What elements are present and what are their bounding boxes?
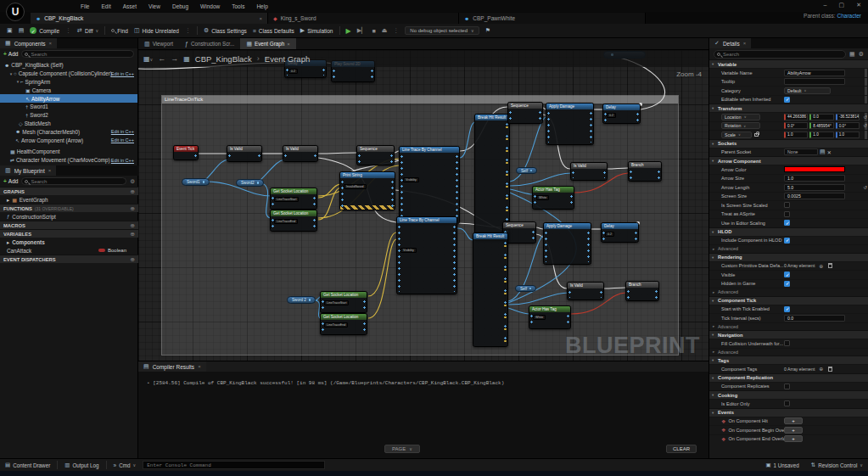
visible-checkbox[interactable] [784, 272, 790, 277]
add-component-button[interactable]: +Add [3, 51, 18, 57]
scale-y-field[interactable]: 1.0 [809, 132, 833, 138]
tab-cbp-pawnwhite[interactable]: ☻ CBP_PawnWhite [459, 13, 646, 24]
variable-name-field[interactable]: AbilityArrow [784, 70, 845, 76]
section-navigation[interactable]: Navigation [709, 330, 868, 339]
section-component-replication[interactable]: Component Replication [709, 373, 868, 382]
add-variable-icon[interactable]: ⊕ [131, 231, 135, 238]
cmd-dropdown[interactable]: »Cmd∨ [114, 462, 137, 468]
section-cooking[interactable]: Cooking [709, 390, 868, 399]
breadcrumb-root[interactable]: CBP_KingBlack [195, 54, 252, 64]
node-break-hit-result[interactable]: Break Hit Result [473, 232, 508, 347]
location-dropdown[interactable]: Location [721, 114, 760, 120]
menu-asset[interactable]: Asset [123, 3, 137, 9]
location-y-field[interactable]: 0.0 [809, 114, 833, 120]
node-event-tick[interactable]: Event Tick [173, 145, 199, 160]
gear-icon[interactable]: ⚙ [130, 178, 135, 185]
hidden-in-game-checkbox[interactable] [784, 281, 790, 287]
add-graph-icon[interactable]: ⊕ [131, 188, 135, 195]
play-options-icon[interactable]: ⋮ [393, 27, 399, 34]
event-dispatchers-section-header[interactable]: EVENT DISPATCHERS⊕ [0, 255, 138, 263]
frame-skip-icon[interactable]: ▶▏ [357, 27, 367, 34]
node-field[interactable]: LineTraceEnd [274, 219, 298, 224]
close-icon[interactable]: × [743, 41, 747, 46]
is-editor-only-checkbox[interactable] [784, 400, 790, 406]
section-arrow-component[interactable]: Arrow Component [709, 156, 868, 165]
browse-asset-icon[interactable]: ▤ [19, 27, 25, 34]
editable-checkbox[interactable] [784, 97, 790, 103]
eject-icon[interactable]: ⏏ [382, 27, 388, 34]
advanced-expander[interactable]: Advanced [709, 244, 868, 253]
tab-close-icon[interactable]: × [259, 16, 262, 21]
add-event-button[interactable]: + [784, 427, 803, 434]
functions-section-header[interactable]: FUNCTIONS(31 OVERRIDABLE)⊕ [0, 204, 138, 212]
node-get-socket-location[interactable]: Get Socket LocationLineTraceStart [270, 188, 317, 210]
add-blueprint-item-button[interactable]: +Add [3, 178, 18, 184]
add-element-icon[interactable]: ⊕ [819, 366, 823, 372]
close-button[interactable]: ✕ [856, 2, 861, 8]
node-delay[interactable]: Delay0.2 [601, 222, 639, 243]
section-events[interactable]: Events [709, 408, 868, 417]
tab-king-s-sword[interactable]: ◆ King_s_Sword [268, 13, 459, 24]
debug-object-dropdown[interactable]: No debug object selected∨ [405, 26, 479, 35]
node-field[interactable]: Visibility [403, 177, 419, 182]
node-print-string[interactable]: Print StringInvalidSword [339, 171, 395, 210]
node-field[interactable]: LineTraceStart [274, 197, 299, 202]
tree-item-arrow-component[interactable]: ↖Arrow Component (Arrow)Edit in C++ [0, 136, 137, 144]
node-delay[interactable]: Delay0.2 [602, 104, 641, 124]
node-field[interactable]: White [533, 315, 546, 320]
stop-icon[interactable]: ■ [372, 28, 375, 34]
tree-item-capsule[interactable]: ▾○Capsule Component (CollisionCylinder)E… [0, 70, 137, 78]
add-event-button[interactable]: + [784, 435, 803, 442]
advanced-expander[interactable]: Advanced [709, 322, 868, 331]
parent-class-link[interactable]: Character [837, 13, 861, 19]
tick-interval-field[interactable]: 0.0 [784, 315, 845, 322]
tree-item-camera[interactable]: ▣Camera [0, 86, 137, 94]
unsaved-button[interactable]: ▣1 Unsaved [765, 462, 798, 468]
tree-item-healthcomponent[interactable]: ▦HealthComponent [0, 148, 137, 156]
tree-item-springarm[interactable]: ▾⌐SpringArm [0, 78, 137, 87]
scale-z-field[interactable]: 1.0 [836, 132, 860, 138]
tab-details[interactable]: ✓ Details× [709, 38, 751, 48]
revision-control-button[interactable]: ⇅Revision Control∨ [811, 462, 863, 468]
node-variable-sword1[interactable]: Sword1 [182, 178, 210, 186]
expander-icon[interactable]: ▸ [7, 239, 9, 245]
forward-icon[interactable]: → [171, 54, 178, 63]
scale-x-field[interactable]: 1.0 [784, 132, 808, 138]
node-field[interactable]: Visibility [400, 248, 417, 253]
macros-section-header[interactable]: MACROS⊕ [0, 221, 138, 229]
compile-button[interactable]: ✓Compile [30, 27, 59, 34]
save-icon[interactable]: ▣ [7, 27, 13, 34]
node-field[interactable]: 0.2 [607, 113, 616, 118]
edit-in-cpp-link[interactable]: Edit in C++ [111, 158, 134, 163]
node-apply-damage[interactable]: Apply Damage [543, 222, 591, 265]
breadcrumb-current[interactable]: Event Graph [265, 54, 310, 64]
add-dispatcher-icon[interactable]: ⊕ [131, 256, 135, 263]
details-search-input[interactable] [723, 52, 843, 57]
menu-file[interactable]: File [81, 3, 89, 9]
advanced-expander[interactable]: Advanced [709, 348, 868, 356]
class-settings-button[interactable]: ⚙Class Settings [204, 27, 247, 34]
rotation-dropdown[interactable]: Rotation [721, 122, 760, 129]
section-transform[interactable]: Transform [709, 104, 868, 112]
include-hlod-checkbox[interactable] [784, 238, 790, 244]
node-is-valid[interactable]: Is Valid [227, 145, 262, 162]
hide-unrelated-options-icon[interactable]: ⋮ [185, 27, 191, 34]
node-branch[interactable]: Branch [628, 161, 662, 182]
tree-item-charmove[interactable]: ⇄Character Movement (CharMoveComp)Edit i… [0, 156, 137, 165]
tree-item-abilityarrow[interactable]: ↖AbilityArrow [0, 94, 137, 103]
reset-icon[interactable]: ↺ [863, 185, 867, 190]
graph-menu-icon[interactable]: ▦∨ [143, 55, 153, 63]
graphs-section-header[interactable]: GRAPHS⊕ [0, 187, 138, 195]
tree-item-self[interactable]: ☻CBP_KingBlack (Self) [0, 61, 137, 70]
tree-item-mesh[interactable]: ☻Mesh (CharacterMesh0)Edit in C++ [0, 127, 137, 136]
arrow-length-field[interactable]: 5.0 [784, 184, 845, 191]
bookmark-icon[interactable]: ⚑ [485, 27, 490, 34]
node-sequence[interactable]: Sequence [507, 102, 543, 124]
arrow-size-field[interactable]: 1.0 [784, 175, 845, 182]
output-log-button[interactable]: ▥Output Log [64, 462, 98, 468]
diff-button[interactable]: ⇄Diff∨ [77, 27, 98, 34]
node-line-trace-by-channel[interactable]: Line Trace By ChannelVisibility [396, 216, 457, 294]
location-x-field[interactable]: 44.266386 [784, 114, 808, 120]
find-button[interactable]: Find [111, 28, 128, 34]
node-branch[interactable]: Branch [625, 281, 659, 301]
